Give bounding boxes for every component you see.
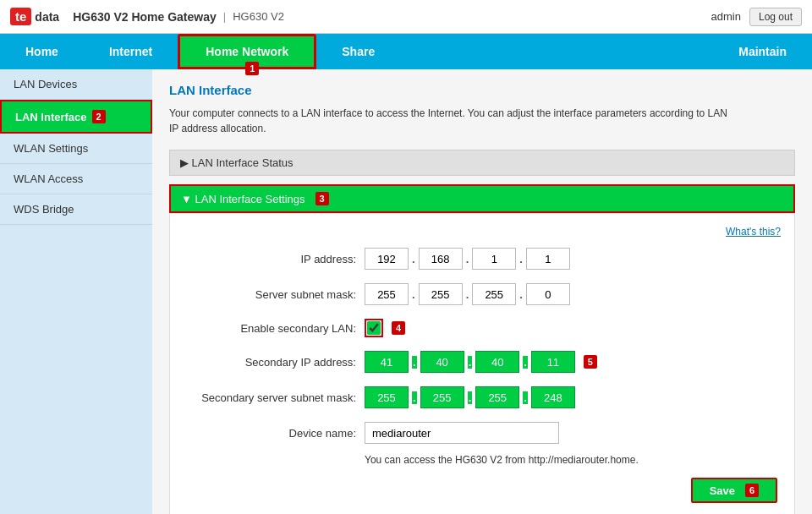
secondary-mask-inputs: . . . [365,386,575,408]
sec-mask-octet-1[interactable] [365,386,409,408]
mask-octet-2[interactable] [419,283,463,305]
secondary-ip-badge-5: 5 [584,355,597,369]
ip-octet-1[interactable] [365,248,409,270]
secondary-ip-inputs: . . . 5 [365,351,597,373]
nav-item-internet[interactable]: Internet [84,34,178,69]
ip-octet-2[interactable] [419,248,463,270]
device-name-label: Device name: [187,427,356,440]
secondary-ip-label: Secondary IP address: [187,356,356,369]
secondary-mask-label: Secondary server subnet mask: [187,391,356,404]
ip-address-label: IP address: [187,253,356,265]
logo-te: te [10,8,31,25]
ip-dot-1: . [412,253,415,265]
content: LAN Interface Your computer connects to … [152,69,812,514]
nav-item-home-network[interactable]: Home Network 1 [178,34,316,69]
whats-this-link[interactable]: What's this? [170,222,794,241]
sidebar-item-wds-bridge[interactable]: WDS Bridge [0,194,152,225]
device-name-info: You can access the HG630 V2 from http://… [170,451,762,469]
lan-interface-status-header[interactable]: ▶ LAN Interface Status [169,150,795,176]
subnet-mask-label: Server subnet mask: [187,288,356,301]
enable-secondary-inputs: 4 [365,319,405,337]
mask-octet-1[interactable] [365,283,409,305]
page-title: LAN Interface [169,83,795,97]
sidebar-item-wlan-settings[interactable]: WLAN Settings [0,134,152,164]
sec-ip-dot-1: . [412,356,417,369]
sec-mask-dot-1: . [412,391,417,404]
settings-badge-3: 3 [315,192,329,205]
header-divider: | [223,10,226,23]
logo-data: data [35,10,59,24]
logo: te data [10,8,59,25]
ip-address-inputs: . . . [365,248,570,270]
sidebar-badge-2: 2 [92,110,106,123]
ip-address-row: IP address: . . . [170,241,794,276]
mask-dot-1: . [412,288,415,301]
ip-octet-4[interactable] [526,248,570,270]
enable-secondary-label: Enable secondary LAN: [187,322,356,335]
sec-ip-dot-2: . [468,356,473,369]
page-desc: Your computer connects to a LAN interfac… [169,106,727,136]
enable-secondary-row: Enable secondary LAN: 4 [170,312,794,344]
ip-dot-3: . [519,253,523,265]
header-right: admin Log out [711,8,802,26]
device-name-inputs [365,422,559,444]
mask-octet-3[interactable] [472,283,516,305]
save-row: Save 6 [170,469,794,511]
settings-section-container: ▼ LAN Interface Settings 3 [169,184,795,213]
sec-mask-dot-3: . [523,391,528,404]
mask-dot-2: . [466,288,469,301]
save-badge-6: 6 [745,484,759,497]
sidebar-item-lan-interface[interactable]: LAN Interface 2 [0,100,152,134]
device-name-row: Device name: [170,415,794,451]
subnet-mask-inputs: . . . [365,283,570,305]
status-section-label: ▶ LAN Interface Status [180,156,294,169]
nav-item-home[interactable]: Home [0,34,84,69]
lan-interface-settings-header[interactable]: ▼ LAN Interface Settings 3 [169,184,795,213]
nav-badge-1: 1 [245,62,259,75]
sidebar: LAN Devices LAN Interface 2 WLAN Setting… [0,69,152,514]
enable-secondary-checkbox[interactable] [367,321,381,335]
subnet-mask-row: Server subnet mask: . . . [170,276,794,312]
nav: Home Internet Home Network 1 Share Maint… [0,34,812,69]
settings-section-label: ▼ LAN Interface Settings [181,193,305,205]
ip-octet-3[interactable] [472,248,516,270]
enable-secondary-badge-4: 4 [392,321,405,335]
sec-ip-octet-3[interactable] [475,351,519,373]
mask-dot-3: . [519,288,523,301]
sidebar-item-lan-devices[interactable]: LAN Devices [0,69,152,100]
secondary-ip-row: Secondary IP address: . . . 5 [170,344,794,380]
settings-panel: What's this? IP address: . . . Server su… [169,213,795,514]
checkbox-wrapper [365,319,383,337]
sec-ip-octet-1[interactable] [365,351,409,373]
mask-octet-4[interactable] [526,283,570,305]
sidebar-item-wlan-access[interactable]: WLAN Access [0,164,152,194]
main: LAN Devices LAN Interface 2 WLAN Setting… [0,69,812,514]
header: te data HG630 V2 Home Gateway | HG630 V2… [0,0,812,34]
sec-mask-octet-3[interactable] [475,386,519,408]
sec-ip-octet-2[interactable] [420,351,464,373]
header-admin: admin [711,10,741,23]
sec-ip-dot-3: . [523,356,528,369]
header-model: HG630 V2 [233,10,284,23]
ip-dot-2: . [466,253,469,265]
header-title: HG630 V2 Home Gateway [73,10,217,24]
nav-item-maintain[interactable]: Maintain [713,34,812,69]
save-button[interactable]: Save 6 [691,478,777,503]
secondary-mask-row: Secondary server subnet mask: . . . [170,380,794,415]
device-name-input[interactable] [365,422,559,444]
nav-item-share[interactable]: Share [316,34,400,69]
logout-button[interactable]: Log out [749,8,802,26]
sec-mask-octet-4[interactable] [531,386,575,408]
sec-mask-octet-2[interactable] [420,386,464,408]
sec-mask-dot-2: . [468,391,473,404]
sec-ip-octet-4[interactable] [531,351,575,373]
